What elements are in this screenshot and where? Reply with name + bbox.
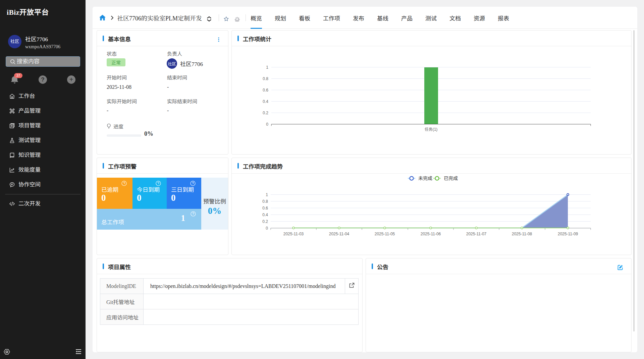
svg-text:未完成: 未完成 [418,176,432,181]
svg-text:0.6: 0.6 [262,206,268,211]
svg-text:1: 1 [266,65,268,70]
svg-text:0: 0 [266,122,268,127]
svg-text:0.4: 0.4 [263,99,268,104]
svg-text:0.8: 0.8 [262,199,268,204]
svg-text:2025-11-09: 2025-11-09 [558,232,578,236]
svg-text:任务(1): 任务(1) [425,127,438,132]
svg-text:0: 0 [266,226,268,231]
svg-text:0.2: 0.2 [262,219,268,224]
svg-text:1: 1 [266,192,268,197]
svg-text:2025-11-04: 2025-11-04 [329,232,350,236]
svg-text:0.6: 0.6 [263,88,268,93]
svg-text:2025-11-07: 2025-11-07 [466,232,487,236]
svg-text:已完成: 已完成 [444,176,458,181]
svg-text:2025-11-03: 2025-11-03 [283,232,304,236]
svg-text:2025-11-08: 2025-11-08 [512,232,532,236]
svg-text:0.2: 0.2 [263,111,268,115]
svg-text:2025-11-05: 2025-11-05 [375,232,395,236]
svg-text:2025-11-06: 2025-11-06 [421,232,441,236]
svg-text:0.8: 0.8 [263,76,268,81]
svg-text:0.4: 0.4 [262,213,268,217]
